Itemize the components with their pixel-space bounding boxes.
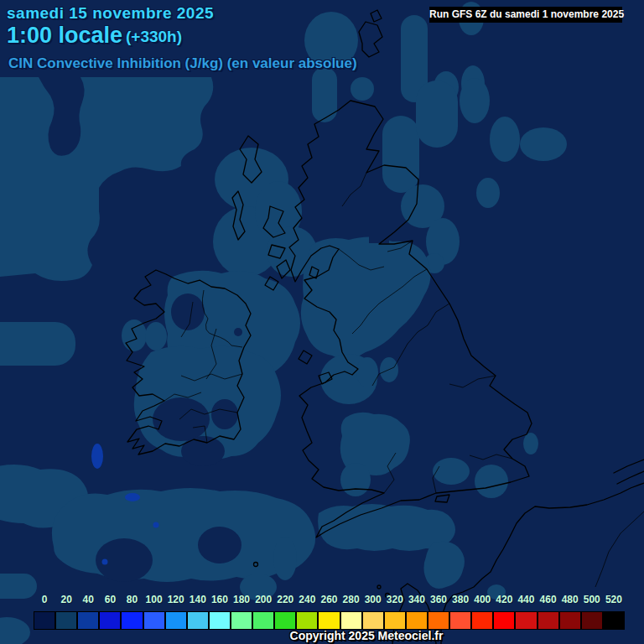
legend-color-cell — [471, 611, 493, 630]
legend-color-cell — [340, 611, 362, 630]
legend-color-cell — [34, 611, 55, 630]
forecast-date: samedi 15 novembre 2025 — [7, 4, 214, 23]
legend-color-cell — [99, 611, 121, 630]
legend-value: 440 — [515, 594, 537, 609]
legend-value: 160 — [209, 594, 231, 609]
legend-value: 520 — [603, 594, 625, 609]
legend-color-cell — [121, 611, 143, 630]
legend-color-cell — [362, 611, 384, 630]
legend-color-cell — [55, 611, 77, 630]
legend-color-cell — [515, 611, 537, 630]
legend-value: 300 — [362, 594, 384, 609]
legend-color-cell — [252, 611, 274, 630]
legend-color-cell — [77, 611, 99, 630]
forecast-hour-offset: (+330h) — [126, 28, 182, 46]
legend-value: 340 — [406, 594, 428, 609]
legend-value: 80 — [121, 594, 143, 609]
legend-color-cell — [384, 611, 406, 630]
legend-value: 200 — [252, 594, 274, 609]
legend-color-cell — [231, 611, 252, 630]
legend-color-cell — [538, 611, 559, 630]
legend-value: 0 — [34, 594, 55, 609]
legend-color-cell — [428, 611, 449, 630]
legend-color-cell — [406, 611, 428, 630]
cin-20-patches — [0, 2, 567, 644]
legend-color-cell — [165, 611, 187, 630]
legend-value: 20 — [55, 594, 77, 609]
legend-color-cell — [318, 611, 340, 630]
legend-value: 240 — [296, 594, 318, 609]
legend-color-cell — [603, 611, 625, 630]
legend-value: 360 — [428, 594, 449, 609]
legend-color-cell — [187, 611, 209, 630]
coastline-isle-of-man — [299, 351, 312, 364]
legend-value: 320 — [384, 594, 406, 609]
legend-value: 460 — [538, 594, 559, 609]
copyright-notice: Copyright 2025 Meteociel.fr — [290, 629, 444, 642]
legend-value: 380 — [449, 594, 471, 609]
weather-map-screen: samedi 15 novembre 2025 1:00 locale (+33… — [0, 0, 644, 644]
legend-value: 400 — [471, 594, 493, 609]
coastline-channel-island-1 — [377, 585, 381, 589]
legend-value: 280 — [340, 594, 362, 609]
legend-value: 40 — [77, 594, 99, 609]
legend-value: 420 — [493, 594, 515, 609]
legend-color-cell — [493, 611, 515, 630]
legend-value: 220 — [274, 594, 296, 609]
legend-value: 120 — [165, 594, 187, 609]
legend-color-cell — [143, 611, 165, 630]
legend-labels: 0204060801001201401601802002202402602803… — [34, 594, 625, 609]
legend-value: 60 — [99, 594, 121, 609]
legend-color-cell — [559, 611, 581, 630]
parameter-title: CIN Convective Inhibition (J/kg) (en val… — [8, 55, 357, 72]
weather-map — [0, 0, 644, 644]
legend-color-cell — [274, 611, 296, 630]
legend-color-cell — [581, 611, 603, 630]
legend-bar — [34, 611, 625, 630]
model-run-info: Run GFS 6Z du samedi 1 novembre 2025 — [429, 7, 622, 23]
legend-value: 260 — [318, 594, 340, 609]
coastline-orkney — [359, 10, 382, 57]
legend-value: 500 — [581, 594, 603, 609]
legend-color-cell — [449, 611, 471, 630]
legend-value: 180 — [231, 594, 252, 609]
legend-color-cell — [209, 611, 231, 630]
legend-value: 480 — [559, 594, 581, 609]
legend-value: 140 — [187, 594, 209, 609]
legend-value: 100 — [143, 594, 165, 609]
coastline-wight — [435, 495, 449, 502]
legend-color-cell — [296, 611, 318, 630]
forecast-time: 1:00 locale — [7, 23, 122, 49]
